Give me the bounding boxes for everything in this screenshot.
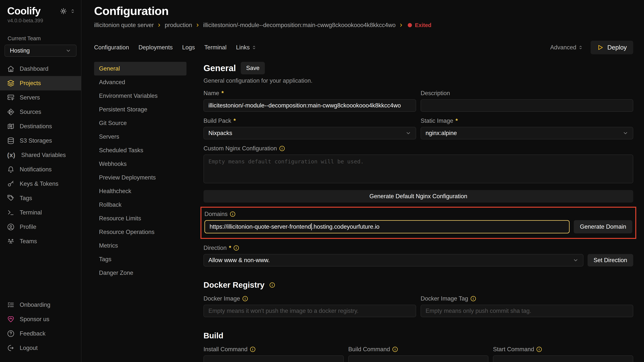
- domains-input[interactable]: https://illicitonion-quote-server-fronte…: [204, 220, 570, 233]
- sidebar-item-terminal[interactable]: Terminal: [0, 205, 81, 220]
- domains-highlight-box: Domains https://illicitonion-quote-serve…: [200, 207, 636, 239]
- breadcrumb-environment[interactable]: production: [165, 22, 192, 28]
- chevrons-up-down-icon[interactable]: [70, 8, 75, 14]
- breadcrumb-project[interactable]: illicitonion quote server: [94, 22, 154, 28]
- name-label: Name: [204, 90, 219, 97]
- sidebar-item-s3-storages[interactable]: S3 Storages: [0, 133, 81, 148]
- breadcrumb-application[interactable]: illicitestonion/-module--decomposition:m…: [203, 22, 396, 28]
- sidebar-item-shared-variables[interactable]: (x) Shared Variables: [0, 148, 81, 162]
- paren-x-icon: (x): [7, 151, 16, 159]
- sidebar-item-feedback[interactable]: Feedback: [0, 327, 81, 341]
- sidebar-footer-nav: Onboarding Sponsor us Feedback Logout: [4, 298, 76, 355]
- tab-terminal[interactable]: Terminal: [204, 44, 226, 51]
- docker-image-tag-label: Docker Image Tag: [421, 295, 468, 302]
- play-icon: [597, 44, 604, 51]
- user-circle-icon: [7, 223, 14, 231]
- start-command-input[interactable]: [493, 356, 633, 362]
- subnav-servers[interactable]: Servers: [94, 130, 186, 144]
- install-command-input[interactable]: [204, 356, 344, 362]
- chevron-right-icon: [157, 23, 162, 28]
- subnav-preview-deployments[interactable]: Preview Deployments: [94, 171, 186, 184]
- subnav-scheduled-tasks[interactable]: Scheduled Tasks: [94, 144, 186, 157]
- subnav-danger-zone[interactable]: Danger Zone: [94, 266, 186, 280]
- build-pack-select[interactable]: Nixpacks: [204, 127, 416, 139]
- users-icon: [7, 238, 14, 245]
- tabs-bar: Configuration Deployments Logs Terminal …: [94, 41, 633, 54]
- tab-configuration[interactable]: Configuration: [94, 44, 129, 51]
- build-command-input[interactable]: [348, 356, 488, 362]
- server-icon: [7, 94, 14, 101]
- sidebar-item-onboarding[interactable]: Onboarding: [0, 298, 81, 312]
- sidebar-item-notifications[interactable]: Notifications: [0, 162, 81, 177]
- team-select[interactable]: Hosting: [4, 45, 76, 57]
- description-input[interactable]: [421, 99, 633, 112]
- info-icon: [230, 211, 236, 217]
- sidebar-item-sources[interactable]: Sources: [0, 105, 81, 119]
- status-dot-icon: [408, 23, 412, 27]
- tab-logs[interactable]: Logs: [182, 44, 195, 51]
- description-label: Description: [421, 90, 450, 97]
- build-command-label: Build Command: [348, 346, 390, 353]
- generate-domain-button[interactable]: Generate Domain: [574, 220, 632, 233]
- subnav-resource-limits[interactable]: Resource Limits: [94, 212, 186, 225]
- name-input[interactable]: [204, 99, 416, 112]
- help-circle-icon: [7, 330, 14, 337]
- sidebar-item-teams[interactable]: Teams: [0, 234, 81, 249]
- info-icon: [269, 282, 275, 288]
- nginx-config-textarea[interactable]: [204, 155, 633, 183]
- subnav-tags[interactable]: Tags: [94, 253, 186, 266]
- info-icon: [392, 347, 398, 352]
- set-direction-button[interactable]: Set Direction: [588, 254, 633, 267]
- status-badge: Exited: [415, 22, 432, 28]
- sidebar-item-logout[interactable]: Logout: [0, 341, 81, 355]
- subnav-metrics[interactable]: Metrics: [94, 239, 186, 253]
- subnav-environment-variables[interactable]: Environment Variables: [94, 89, 186, 103]
- general-heading: General: [204, 63, 236, 73]
- sidebar-item-profile[interactable]: Profile: [0, 220, 81, 234]
- main-area: Configuration illicitonion quote server …: [82, 0, 644, 362]
- sidebar-item-sponsor-us[interactable]: Sponsor us: [0, 312, 81, 327]
- info-icon: [470, 296, 476, 302]
- chevron-down-icon: [573, 257, 578, 263]
- tab-deployments[interactable]: Deployments: [138, 44, 173, 51]
- docker-image-tag-input[interactable]: [421, 305, 633, 317]
- save-button[interactable]: Save: [241, 62, 265, 74]
- map-icon: [7, 123, 14, 130]
- sidebar: Coolify v4.0.0-beta.399 Current Team Hos…: [0, 0, 82, 362]
- subnav-healthcheck[interactable]: Healthcheck: [94, 184, 186, 198]
- sidebar-item-tags[interactable]: Tags: [0, 191, 81, 205]
- build-pack-label: Build Pack: [204, 117, 231, 124]
- team-select-value: Hosting: [10, 47, 30, 54]
- subnav-webhooks[interactable]: Webhooks: [94, 157, 186, 171]
- info-icon: [242, 296, 248, 302]
- sidebar-item-dashboard[interactable]: Dashboard: [0, 62, 81, 76]
- app-version: v4.0.0-beta.399: [8, 18, 76, 24]
- docker-image-input[interactable]: [204, 305, 416, 317]
- checklist-icon: [7, 301, 14, 309]
- install-command-label: Install Command: [204, 346, 248, 353]
- tab-links[interactable]: Links: [236, 44, 256, 51]
- subnav-persistent-storage[interactable]: Persistent Storage: [94, 103, 186, 116]
- subnav-git-source[interactable]: Git Source: [94, 116, 186, 130]
- theme-sun-icon[interactable]: [60, 8, 67, 14]
- generate-nginx-button[interactable]: Generate Default Nginx Configuration: [204, 190, 633, 203]
- key-icon: [7, 180, 14, 187]
- sidebar-item-keys-tokens[interactable]: Keys & Tokens: [0, 177, 81, 191]
- subnav-resource-operations[interactable]: Resource Operations: [94, 225, 186, 239]
- deploy-button[interactable]: Deploy: [590, 41, 633, 54]
- direction-select[interactable]: Allow www & non-www.: [204, 254, 584, 267]
- subnav-general[interactable]: General: [94, 62, 186, 75]
- nginx-config-label: Custom Nginx Configuration: [204, 145, 277, 152]
- general-subtitle: General configuration for your applicati…: [204, 77, 633, 84]
- subnav-rollback[interactable]: Rollback: [94, 198, 186, 212]
- chevrons-up-down-icon: [252, 45, 256, 50]
- advanced-toggle[interactable]: Advanced: [550, 44, 583, 51]
- sidebar-item-projects[interactable]: Projects: [0, 76, 81, 90]
- start-command-label: Start Command: [493, 346, 534, 353]
- subnav-advanced[interactable]: Advanced: [94, 75, 186, 89]
- static-image-select[interactable]: nginx:alpine: [421, 127, 633, 139]
- sidebar-item-servers[interactable]: Servers: [0, 90, 81, 105]
- sidebar-item-destinations[interactable]: Destinations: [0, 119, 81, 133]
- info-icon: [536, 347, 542, 352]
- chevron-down-icon: [66, 48, 71, 53]
